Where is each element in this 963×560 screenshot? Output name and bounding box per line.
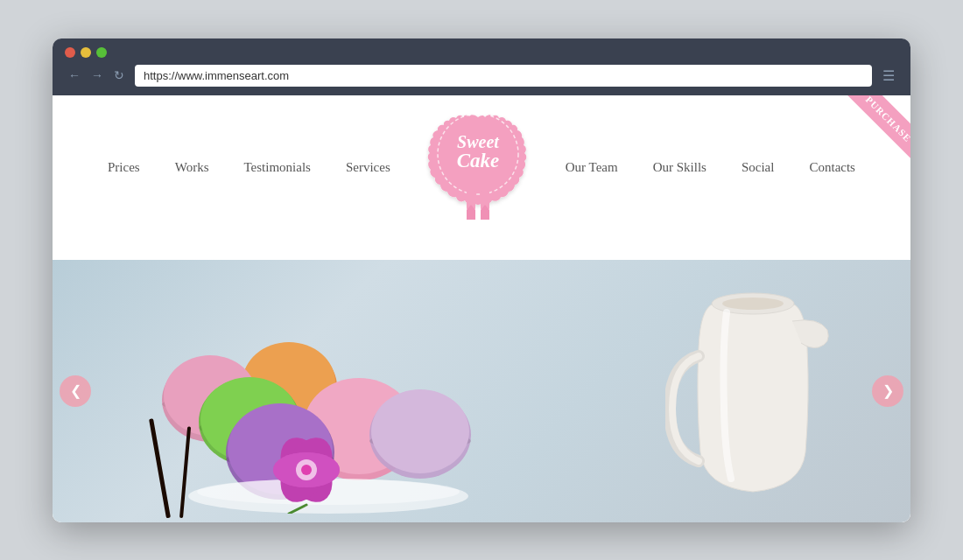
svg-text:Sweet: Sweet xyxy=(457,132,500,151)
vanilla-sticks xyxy=(149,417,201,522)
nav-services[interactable]: Services xyxy=(346,160,390,175)
nav-social[interactable]: Social xyxy=(742,160,775,175)
svg-text:Cake: Cake xyxy=(457,150,500,172)
reload-button[interactable]: ↻ xyxy=(110,66,128,84)
nav-left: Prices Works Testimonials Services xyxy=(108,160,390,175)
next-slide-button[interactable]: ❯ xyxy=(872,375,903,407)
nav-prices[interactable]: Prices xyxy=(108,160,140,175)
traffic-lights xyxy=(65,47,898,58)
nav-testimonials[interactable]: Testimonials xyxy=(244,160,311,175)
prev-slide-button[interactable]: ❮ xyxy=(60,375,91,407)
address-bar[interactable] xyxy=(135,65,872,87)
menu-icon[interactable]: ☰ xyxy=(879,67,898,84)
nav-bar: Prices Works Testimonials Services xyxy=(53,95,910,240)
nav-our-skills[interactable]: Our Skills xyxy=(653,160,706,175)
svg-rect-35 xyxy=(179,426,191,518)
logo-badge[interactable]: Sweet Cake xyxy=(425,113,531,222)
svg-point-24 xyxy=(371,389,469,473)
svg-line-33 xyxy=(289,505,306,514)
site-header: Prices Works Testimonials Services xyxy=(53,95,910,260)
logo-svg: Sweet Cake xyxy=(425,113,531,222)
back-button[interactable]: ← xyxy=(65,66,84,84)
maximize-dot[interactable] xyxy=(96,47,107,58)
nav-buttons: ← → ↻ xyxy=(65,66,128,84)
nav-our-team[interactable]: Our Team xyxy=(566,160,618,175)
pitcher xyxy=(665,277,840,505)
nav-works[interactable]: Works xyxy=(175,160,209,175)
ribbon-label: PURCHASE xyxy=(843,95,910,164)
website-content: Prices Works Testimonials Services xyxy=(53,95,910,522)
forward-button[interactable]: → xyxy=(88,66,107,84)
nav-right: Our Team Our Skills Social Contacts xyxy=(566,160,855,175)
close-dot[interactable] xyxy=(65,47,75,58)
svg-rect-34 xyxy=(149,418,171,518)
next-arrow-icon: ❯ xyxy=(882,382,894,399)
svg-point-37 xyxy=(722,298,784,310)
browser-toolbar: ← → ↻ ☰ xyxy=(65,65,898,95)
prev-arrow-icon: ❮ xyxy=(70,382,81,399)
hero-section: ❮ ❯ xyxy=(53,260,910,522)
browser-window: ← → ↻ ☰ Prices Works Testimonials Servic… xyxy=(53,38,910,522)
purchase-ribbon[interactable]: PURCHASE xyxy=(836,95,910,170)
orchid-flower xyxy=(254,426,359,514)
minimize-dot[interactable] xyxy=(81,47,91,58)
svg-point-32 xyxy=(301,465,312,475)
browser-chrome: ← → ↻ ☰ xyxy=(53,38,910,95)
